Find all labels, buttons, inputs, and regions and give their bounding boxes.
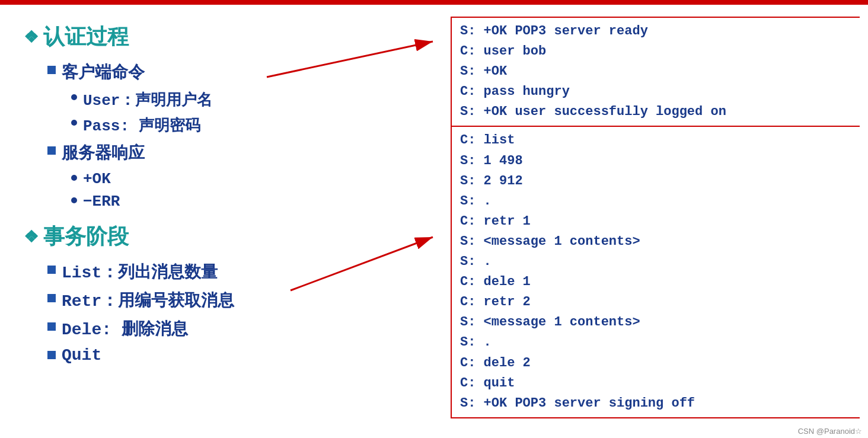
subsub-ok: +OK <box>71 170 409 188</box>
subitem-list: List：列出消息数量 <box>47 261 409 283</box>
square-bullet-3 <box>47 266 56 274</box>
subitem-label-1: 客户端命令 <box>62 61 145 84</box>
circle-bullet-2 <box>71 120 77 126</box>
auth-box: S: +OK POP3 server ready C: user bob S: … <box>451 17 860 127</box>
subsub-label-3: +OK <box>83 170 111 188</box>
subitem-client-commands: 客户端命令 <box>47 61 409 84</box>
section2-header: ❖ 事务阶段 <box>24 222 409 251</box>
section2-title: 事务阶段 <box>43 222 129 251</box>
subitem-label-4: Retr：用编号获取消息 <box>62 289 234 312</box>
tx-line-13: C: quit <box>460 373 851 394</box>
left-panel: ❖ 认证过程 客户端命令 User：声明用户名 Pass: 声明密码 服务器响应… <box>0 5 433 438</box>
subitem-label-6: Quit <box>62 346 101 365</box>
subsub-pass: Pass: 声明密码 <box>71 115 409 136</box>
tx-line-3: S: 2 912 <box>460 171 851 191</box>
tx-line-12: C: dele 2 <box>460 353 851 373</box>
subitem-dele: Dele: 删除消息 <box>47 318 409 340</box>
tx-line-5: C: retr 1 <box>460 212 851 232</box>
subitem-label-5: Dele: 删除消息 <box>62 318 188 340</box>
top-bar <box>0 0 868 5</box>
auth-line-1: S: +OK POP3 server ready <box>460 21 851 41</box>
watermark: CSN @Paranoid☆ <box>798 427 862 436</box>
content-area: ❖ 认证过程 客户端命令 User：声明用户名 Pass: 声明密码 服务器响应… <box>0 5 868 438</box>
auth-line-2: C: user bob <box>460 41 851 62</box>
right-panel: S: +OK POP3 server ready C: user bob S: … <box>433 5 868 438</box>
section1-title: 认证过程 <box>43 23 129 52</box>
section1-header: ❖ 认证过程 <box>24 23 409 52</box>
subitem-retr: Retr：用编号获取消息 <box>47 289 409 312</box>
auth-line-5: S: +OK user successfully logged on <box>460 102 851 122</box>
tx-line-14: S: +OK POP3 server signing off <box>460 394 851 414</box>
tx-line-8: C: dele 1 <box>460 272 851 292</box>
subsub-label-2: Pass: 声明密码 <box>83 115 200 136</box>
subitem-label-3: List：列出消息数量 <box>62 261 218 283</box>
tx-line-6: S: <message 1 contents> <box>460 232 851 252</box>
square-bullet-6 <box>47 351 56 359</box>
square-bullet-5 <box>47 322 56 331</box>
tx-line-2: S: 1 498 <box>460 151 851 171</box>
subitem-quit: Quit <box>47 346 409 365</box>
diamond-icon-2: ❖ <box>24 227 39 247</box>
tx-line-4: S: . <box>460 191 851 212</box>
subsub-label-4: −ERR <box>83 193 120 210</box>
diamond-icon-1: ❖ <box>24 27 39 47</box>
circle-bullet-1 <box>71 94 77 100</box>
subsub-label-1: User：声明用户名 <box>83 89 212 110</box>
subsub-user: User：声明用户名 <box>71 89 409 110</box>
subitem-server-response: 服务器响应 <box>47 142 409 164</box>
circle-bullet-3 <box>71 175 77 181</box>
subitem-label-2: 服务器响应 <box>62 142 145 164</box>
auth-line-4: C: pass hungry <box>460 82 851 102</box>
square-bullet-4 <box>47 294 56 302</box>
square-bullet-1 <box>47 66 56 74</box>
tx-line-9: C: retr 2 <box>460 292 851 312</box>
right-content: S: +OK POP3 server ready C: user bob S: … <box>451 17 850 418</box>
tx-line-7: S: . <box>460 252 851 272</box>
circle-bullet-4 <box>71 197 77 203</box>
auth-line-3: S: +OK <box>460 62 851 82</box>
tx-line-10: S: <message 1 contents> <box>460 312 851 333</box>
tx-line-1: C: list <box>460 130 851 151</box>
tx-line-11: S: . <box>460 333 851 353</box>
subsub-err: −ERR <box>71 193 409 210</box>
square-bullet-2 <box>47 146 56 155</box>
transaction-box: C: list S: 1 498 S: 2 912 S: . C: retr 1… <box>451 127 860 418</box>
